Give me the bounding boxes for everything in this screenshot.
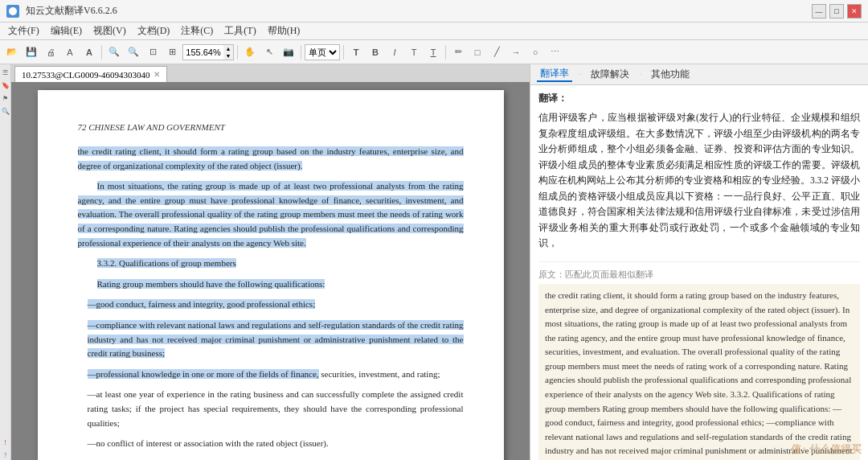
para-heading-332: 3.3.2. Qualifications of group members <box>78 257 464 271</box>
left-btn-6[interactable]: ? <box>1 450 10 460</box>
para-2: In most situations, the rating group is … <box>78 179 464 250</box>
sep5 <box>445 45 446 60</box>
arrow-button[interactable]: → <box>507 43 525 61</box>
menu-document[interactable]: 文档(D) <box>133 23 175 39</box>
fit-width-button[interactable]: ⊞ <box>163 43 181 61</box>
draw-button[interactable]: ✏ <box>449 43 467 61</box>
translation-text: 信用评级客户，应当根据被评级对象(发行人)的行业特征、企业规模和组织复杂程度组成… <box>538 110 860 252</box>
zoom-in-button[interactable]: 🔍 <box>125 43 142 61</box>
print-button[interactable]: 🖨 <box>42 43 59 61</box>
doc-tab-label: 10.27533@CLG0009-46094303040 <box>22 70 150 80</box>
translation-label: 翻译： <box>538 92 860 105</box>
trans-sep-2: · <box>639 68 641 80</box>
scan-button[interactable]: A <box>61 43 79 61</box>
left-panel: ☰ 🔖 ⚑ 🔍 ! ? <box>0 64 11 460</box>
bullet-3: —professional knowledge in one or more o… <box>88 368 464 382</box>
bullet-4: —at least one year of experience in the … <box>88 388 464 430</box>
underline-button[interactable]: T <box>424 43 442 61</box>
hand-tool-button[interactable]: ✋ <box>241 43 259 61</box>
menu-view[interactable]: 视图(V) <box>88 23 131 39</box>
left-btn-2[interactable]: 🔖 <box>1 80 10 90</box>
bullet-1-highlighted: —good conduct, fairness and integrity, g… <box>88 299 316 309</box>
zoom-box: 155.64% ▲ ▼ <box>182 44 234 60</box>
zoom-up-arrow[interactable]: ▲ <box>223 45 233 52</box>
heading-332-highlighted: 3.3.2. Qualifications of group members <box>97 258 236 268</box>
app-title: 知云文献翻译V6.6.2.6 <box>26 4 805 18</box>
left-btn-5[interactable]: ! <box>1 437 10 447</box>
translation-panel: 翻译率 · 故障解决 · 其他功能 翻译： 信用评级客户，应当根据被评级对象(发… <box>530 64 868 460</box>
doc-panel: 10.27533@CLG0009-46094303040 ✕ 72 CHINES… <box>11 64 530 460</box>
para-4-highlighted: Rating group members should have the fol… <box>97 279 326 289</box>
line-button[interactable]: ╱ <box>488 43 506 61</box>
main-area: ☰ 🔖 ⚑ 🔍 ! ? 10.27533@CLG0009-46094303040… <box>0 64 868 460</box>
trans-content[interactable]: 翻译： 信用评级客户，应当根据被评级对象(发行人)的行业特征、企业规模和组织复杂… <box>530 85 868 460</box>
doc-tab-close[interactable]: ✕ <box>154 70 160 79</box>
sep2 <box>237 45 238 60</box>
bullet-3-highlighted: —professional knowledge in one or more o… <box>88 369 319 379</box>
more-tools-button[interactable]: ⋯ <box>546 43 563 61</box>
doc-tab[interactable]: 10.27533@CLG0009-46094303040 ✕ <box>14 66 167 82</box>
original-label: 原文：匹配此页面最相似翻译 <box>538 269 860 281</box>
page-header: 72 CHINESE LAW AND GOVERNMENT <box>78 122 464 132</box>
font-button[interactable]: A <box>80 43 98 61</box>
document-page: 72 CHINESE LAW AND GOVERNMENT the credit… <box>38 90 504 460</box>
trans-sep-1: · <box>579 68 581 80</box>
zoom-out-button[interactable]: 🔍 <box>105 43 123 61</box>
trans-tab-more[interactable]: 其他功能 <box>648 68 693 81</box>
original-text-content: the credit rating client, it should form… <box>545 290 852 460</box>
watermark: 值↑ 什么值得买 <box>791 442 862 457</box>
app-icon <box>6 5 19 18</box>
sep4 <box>343 45 344 60</box>
bold-button[interactable]: B <box>366 43 384 61</box>
italic-button[interactable]: I <box>386 43 403 61</box>
close-button[interactable]: ✕ <box>847 4 862 18</box>
zoom-arrows: ▲ ▼ <box>223 45 233 60</box>
trans-toolbar: 翻译率 · 故障解决 · 其他功能 <box>530 64 868 85</box>
para-2-highlighted: In most situations, the rating group is … <box>78 181 464 247</box>
text-tool-button[interactable]: T <box>347 43 365 61</box>
sep1 <box>101 45 102 60</box>
toolbar: 📂 💾 🖨 A A 🔍 🔍 ⊡ ⊞ 155.64% ▲ ▼ ✋ ↖ 📷 单页 T… <box>0 40 868 64</box>
zoom-down-arrow[interactable]: ▼ <box>223 52 233 60</box>
left-btn-1[interactable]: ☰ <box>1 68 10 77</box>
fit-page-button[interactable]: ⊡ <box>144 43 162 61</box>
svg-point-0 <box>9 7 17 15</box>
bullet-1: —good conduct, fairness and integrity, g… <box>88 298 464 312</box>
left-btn-4[interactable]: 🔍 <box>1 106 10 116</box>
trans-divider <box>538 261 860 262</box>
menu-annotation[interactable]: 注释(C) <box>176 23 218 39</box>
para-4: Rating group members should have the fol… <box>78 277 464 292</box>
doc-content[interactable]: 72 CHINESE LAW AND GOVERNMENT the credit… <box>11 82 530 460</box>
menu-tools[interactable]: 工具(T) <box>219 23 260 39</box>
bullet-5: —no conflict of interest or association … <box>88 437 464 451</box>
para-1-highlighted: the credit rating client, it should form… <box>78 146 464 170</box>
title-bar: 知云文献翻译V6.6.2.6 — □ ✕ <box>0 0 868 23</box>
snapshot-button[interactable]: 📷 <box>280 43 297 61</box>
save-button[interactable]: 💾 <box>23 43 40 61</box>
menu-bar: 文件(F) 编辑(E) 视图(V) 文档(D) 注释(C) 工具(T) 帮助(H… <box>0 23 868 40</box>
bullet-3-normal: securities, investment, and rating; <box>319 369 440 379</box>
page-text: the credit rating client, it should form… <box>78 145 464 460</box>
sep3 <box>301 45 301 60</box>
para-1: the credit rating client, it should form… <box>78 145 464 173</box>
highlight-button[interactable]: T <box>405 43 423 61</box>
menu-edit[interactable]: 编辑(E) <box>46 23 87 39</box>
shape-button[interactable]: □ <box>469 43 486 61</box>
trans-tab-rate[interactable]: 翻译率 <box>537 67 572 82</box>
circle-button[interactable]: ○ <box>526 43 544 61</box>
open-button[interactable]: 📂 <box>3 43 21 61</box>
left-btn-3[interactable]: ⚑ <box>1 93 10 103</box>
bullet-2-highlighted: —compliance with relevant national laws … <box>88 320 464 358</box>
window-controls: — □ ✕ <box>812 4 862 18</box>
select-button[interactable]: ↖ <box>260 43 278 61</box>
zoom-input[interactable]: 155.64% <box>183 45 223 60</box>
maximize-button[interactable]: □ <box>829 4 844 18</box>
menu-file[interactable]: 文件(F) <box>3 23 44 39</box>
menu-help[interactable]: 帮助(H) <box>263 23 305 39</box>
page-mode-select[interactable]: 单页 <box>305 44 340 60</box>
tab-bar: 10.27533@CLG0009-46094303040 ✕ <box>11 64 530 82</box>
bullet-2: —compliance with relevant national laws … <box>88 318 464 361</box>
minimize-button[interactable]: — <box>812 4 826 18</box>
original-text: the credit rating client, it should form… <box>538 284 860 460</box>
trans-tab-fix[interactable]: 故障解决 <box>588 68 633 81</box>
